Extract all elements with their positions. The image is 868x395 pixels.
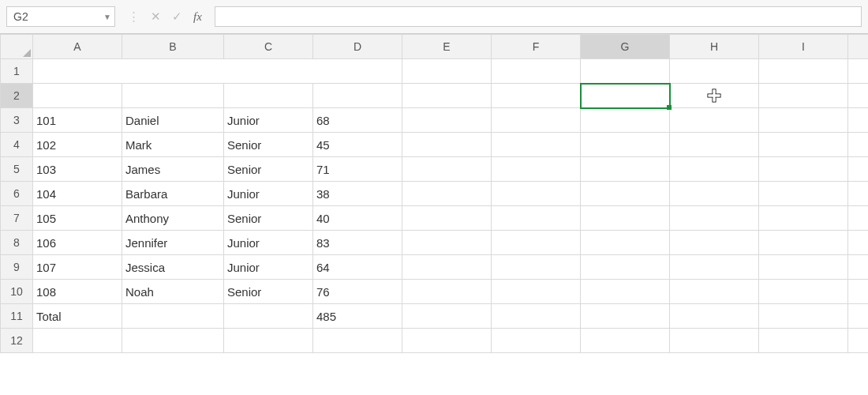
- cancel-icon[interactable]: ✕: [151, 9, 161, 24]
- cell[interactable]: [402, 108, 492, 133]
- row-header-5[interactable]: 5: [1, 157, 33, 182]
- th-score[interactable]: Score: [313, 84, 402, 108]
- table-row[interactable]: 40: [313, 206, 402, 231]
- table-row[interactable]: Jennifer: [122, 231, 224, 255]
- cell[interactable]: [402, 304, 492, 329]
- cell[interactable]: [670, 133, 759, 157]
- cell[interactable]: [313, 329, 402, 353]
- col-header-D[interactable]: D: [313, 35, 402, 59]
- row-header-11[interactable]: 11: [1, 304, 33, 329]
- table-row[interactable]: Mark: [122, 133, 224, 157]
- table-row[interactable]: 68: [313, 108, 402, 133]
- cell[interactable]: [581, 255, 670, 280]
- row-header-9[interactable]: 9: [1, 255, 33, 280]
- row-header-10[interactable]: 10: [1, 280, 33, 304]
- cell[interactable]: [492, 206, 581, 231]
- table-row[interactable]: Jessica: [122, 255, 224, 280]
- row-header-1[interactable]: 1: [1, 59, 33, 84]
- cell[interactable]: [402, 59, 492, 84]
- fx-icon[interactable]: fx: [193, 10, 202, 24]
- cell[interactable]: [492, 133, 581, 157]
- table-row[interactable]: Senior: [224, 206, 313, 231]
- table-row[interactable]: 71: [313, 157, 402, 182]
- cell[interactable]: [848, 108, 869, 133]
- cell[interactable]: [670, 255, 759, 280]
- cell[interactable]: [759, 231, 848, 255]
- cell[interactable]: [670, 157, 759, 182]
- cell[interactable]: [848, 84, 869, 108]
- cell[interactable]: [581, 182, 670, 206]
- cell[interactable]: [402, 182, 492, 206]
- th-student[interactable]: Student: [122, 84, 224, 108]
- cell[interactable]: [848, 206, 869, 231]
- table-row[interactable]: Junior: [224, 231, 313, 255]
- cell[interactable]: [492, 304, 581, 329]
- col-header-J[interactable]: J: [848, 35, 869, 59]
- cell[interactable]: [492, 280, 581, 304]
- cell[interactable]: [759, 84, 848, 108]
- cell[interactable]: [848, 255, 869, 280]
- cell[interactable]: [492, 231, 581, 255]
- select-all-corner[interactable]: [1, 35, 33, 59]
- cell[interactable]: [670, 280, 759, 304]
- cell[interactable]: [402, 255, 492, 280]
- cell[interactable]: [581, 133, 670, 157]
- cell[interactable]: [402, 280, 492, 304]
- row-header-6[interactable]: 6: [1, 182, 33, 206]
- row-header-7[interactable]: 7: [1, 206, 33, 231]
- name-box[interactable]: G2 ▼: [6, 6, 115, 27]
- table-row[interactable]: 45: [313, 133, 402, 157]
- cell[interactable]: [759, 206, 848, 231]
- row-header-2[interactable]: 2: [1, 84, 33, 108]
- table-row[interactable]: Daniel: [122, 108, 224, 133]
- col-header-G[interactable]: G: [581, 35, 670, 59]
- cell[interactable]: [492, 255, 581, 280]
- total-value[interactable]: 485: [313, 304, 402, 329]
- table-title[interactable]: Scores of students: [33, 59, 402, 84]
- cell[interactable]: [402, 157, 492, 182]
- table-row[interactable]: James: [122, 157, 224, 182]
- cell[interactable]: [759, 59, 848, 84]
- cell[interactable]: [402, 84, 492, 108]
- cell[interactable]: [402, 329, 492, 353]
- table-row[interactable]: Junior: [224, 182, 313, 206]
- th-school[interactable]: School: [224, 84, 313, 108]
- table-row[interactable]: 105: [33, 206, 122, 231]
- cell[interactable]: [581, 157, 670, 182]
- cell[interactable]: [122, 329, 224, 353]
- cell[interactable]: [122, 304, 224, 329]
- cell[interactable]: [759, 304, 848, 329]
- cell[interactable]: [402, 206, 492, 231]
- table-row[interactable]: 104: [33, 182, 122, 206]
- col-header-F[interactable]: F: [492, 35, 581, 59]
- lookup-student-value[interactable]: [581, 59, 670, 84]
- col-header-H[interactable]: H: [670, 35, 759, 59]
- cell[interactable]: [759, 280, 848, 304]
- table-row[interactable]: 102: [33, 133, 122, 157]
- cell[interactable]: [759, 329, 848, 353]
- lookup-student-label[interactable]: Student: [492, 59, 581, 84]
- table-row[interactable]: Senior: [224, 133, 313, 157]
- col-header-C[interactable]: C: [224, 35, 313, 59]
- th-id[interactable]: ID: [33, 84, 122, 108]
- cell[interactable]: [670, 182, 759, 206]
- cell[interactable]: [848, 133, 869, 157]
- cell[interactable]: [670, 108, 759, 133]
- lookup-id-value[interactable]: [581, 84, 670, 108]
- lookup-id-label[interactable]: ID: [492, 84, 581, 108]
- col-header-B[interactable]: B: [122, 35, 224, 59]
- col-header-I[interactable]: I: [759, 35, 848, 59]
- cell[interactable]: [581, 329, 670, 353]
- table-row[interactable]: Junior: [224, 108, 313, 133]
- table-row[interactable]: 108: [33, 280, 122, 304]
- col-header-E[interactable]: E: [402, 35, 492, 59]
- cell[interactable]: [581, 280, 670, 304]
- table-row[interactable]: 83: [313, 231, 402, 255]
- cell[interactable]: [581, 108, 670, 133]
- cell[interactable]: [492, 182, 581, 206]
- row-header-8[interactable]: 8: [1, 231, 33, 255]
- table-row[interactable]: 38: [313, 182, 402, 206]
- table-row[interactable]: 64: [313, 255, 402, 280]
- table-row[interactable]: 76: [313, 280, 402, 304]
- cell[interactable]: [848, 231, 869, 255]
